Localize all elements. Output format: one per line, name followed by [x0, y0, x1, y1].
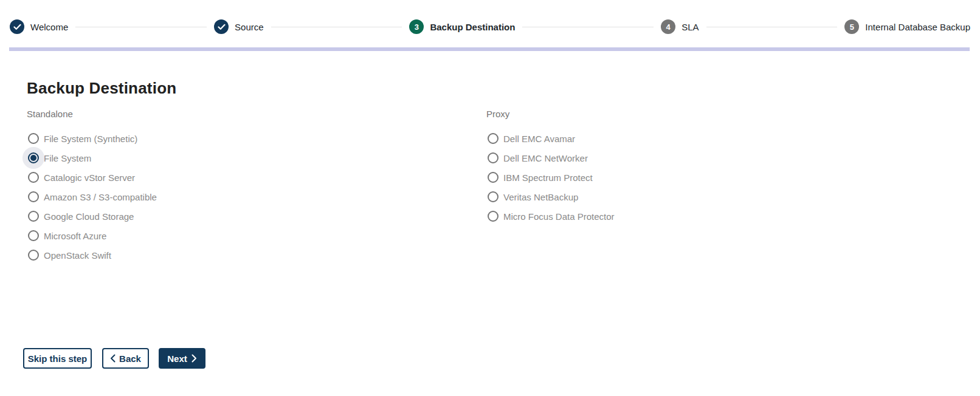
step-number: 3 — [415, 22, 419, 32]
wizard-stepper: Welcome Source 3 Backup Destination 4 — [0, 18, 980, 35]
radio-option-label: IBM Spectrum Protect — [503, 172, 593, 183]
back-button[interactable]: Back — [102, 348, 149, 369]
radio-option-file-system[interactable]: File System — [27, 148, 486, 168]
skip-step-label: Skip this step — [28, 353, 88, 364]
step-circle: 3 — [409, 19, 424, 34]
next-label: Next — [167, 353, 187, 364]
radio-outer-ring — [28, 133, 39, 144]
radio-button[interactable] — [486, 187, 508, 207]
radio-option-amazon-s3-s3-compatible[interactable]: Amazon S3 / S3-compatible — [27, 187, 486, 207]
destination-groups: Standalone File System (Synthetic) File … — [27, 109, 953, 265]
radio-option-label: Dell EMC Avamar — [503, 134, 575, 144]
radio-outer-ring — [28, 230, 39, 241]
destination-group-standalone: Standalone File System (Synthetic) File … — [27, 109, 486, 265]
next-button[interactable]: Next — [159, 348, 205, 369]
radio-option-label: File System (Synthetic) — [44, 134, 137, 144]
radio-option-veritas-netbackup[interactable]: Veritas NetBackup — [486, 187, 953, 207]
radio-option-ibm-spectrum-protect[interactable]: IBM Spectrum Protect — [486, 168, 953, 187]
step-circle — [214, 19, 229, 34]
check-icon — [218, 24, 226, 30]
radio-outer-ring — [488, 172, 499, 183]
radio-option-label: Microsoft Azure — [44, 231, 106, 241]
radio-button[interactable] — [27, 226, 49, 245]
radio-outer-ring — [488, 191, 499, 202]
chevron-left-icon — [110, 354, 116, 363]
radio-button[interactable] — [27, 245, 49, 265]
radio-option-label: Amazon S3 / S3-compatible — [44, 192, 157, 202]
radio-option-label: Google Cloud Storage — [44, 211, 134, 222]
radio-option-label: Micro Focus Data Protector — [503, 211, 615, 222]
step-circle: 5 — [844, 19, 859, 34]
radio-button[interactable] — [486, 148, 508, 168]
destination-group-proxy: Proxy Dell EMC Avamar Dell EMC NetWorker… — [486, 109, 953, 265]
skip-step-button[interactable]: Skip this step — [23, 348, 92, 369]
wizard-step-welcome[interactable]: Welcome — [10, 19, 68, 34]
radio-option-file-system-synthetic-[interactable]: File System (Synthetic) — [27, 129, 486, 148]
radio-option-label: Veritas NetBackup — [503, 192, 578, 202]
radio-option-dell-emc-avamar[interactable]: Dell EMC Avamar — [486, 129, 953, 148]
progress-bar — [9, 47, 970, 51]
radio-outer-ring — [28, 172, 39, 183]
group-label: Proxy — [486, 109, 953, 119]
wizard-step-sla[interactable]: 4 SLA — [661, 19, 699, 34]
step-circle — [10, 19, 24, 34]
radio-outer-ring — [488, 152, 499, 163]
back-label: Back — [119, 353, 141, 364]
step-number: 5 — [850, 22, 854, 32]
radio-option-microsoft-azure[interactable]: Microsoft Azure — [27, 226, 486, 245]
step-label: Internal Database Backup — [865, 22, 970, 32]
radio-option-catalogic-vstor-server[interactable]: Catalogic vStor Server — [27, 168, 486, 187]
step-label: Backup Destination — [430, 22, 515, 32]
radio-dot — [30, 155, 36, 161]
radio-button[interactable] — [486, 168, 508, 187]
step-circle: 4 — [661, 19, 675, 34]
radio-outer-ring — [28, 211, 39, 222]
radio-button[interactable] — [27, 148, 49, 168]
radio-button[interactable] — [486, 129, 508, 148]
wizard-step-source[interactable]: Source — [214, 19, 264, 34]
page-title: Backup Destination — [27, 79, 953, 98]
options-list: Dell EMC Avamar Dell EMC NetWorker IBM S… — [486, 129, 953, 226]
step-connector — [706, 27, 838, 27]
wizard-step-internal-database-backup[interactable]: 5 Internal Database Backup — [844, 19, 970, 34]
radio-button[interactable] — [27, 187, 49, 207]
radio-option-label: Dell EMC NetWorker — [503, 153, 588, 163]
radio-outer-ring — [28, 250, 39, 261]
radio-outer-ring — [28, 191, 39, 202]
main-content: Backup Destination Standalone File Syste… — [27, 79, 953, 265]
step-label: Welcome — [30, 22, 68, 32]
wizard-step-backup-destination[interactable]: 3 Backup Destination — [409, 19, 515, 34]
group-label: Standalone — [27, 109, 486, 119]
step-connector — [271, 27, 402, 27]
check-icon — [13, 24, 21, 30]
radio-outer-ring — [488, 211, 499, 222]
step-connector — [75, 27, 207, 27]
radio-button[interactable] — [486, 207, 508, 226]
radio-option-micro-focus-data-protector[interactable]: Micro Focus Data Protector — [486, 207, 953, 226]
radio-option-dell-emc-networker[interactable]: Dell EMC NetWorker — [486, 148, 953, 168]
step-label: SLA — [682, 22, 699, 32]
step-connector — [522, 27, 654, 27]
radio-button[interactable] — [27, 207, 49, 226]
step-number: 4 — [666, 22, 671, 32]
options-list: File System (Synthetic) File System Cata… — [27, 129, 486, 265]
radio-option-label: Catalogic vStor Server — [44, 172, 135, 183]
radio-option-label: File System — [44, 153, 91, 163]
radio-option-openstack-swift[interactable]: OpenStack Swift — [27, 245, 486, 265]
radio-option-label: OpenStack Swift — [44, 250, 111, 261]
radio-button[interactable] — [27, 168, 49, 187]
chevron-right-icon — [192, 354, 197, 363]
wizard-footer: Skip this step Back Next — [23, 348, 205, 369]
radio-button[interactable] — [27, 129, 49, 148]
radio-outer-ring — [488, 133, 499, 144]
radio-option-google-cloud-storage[interactable]: Google Cloud Storage — [27, 207, 486, 226]
step-label: Source — [235, 22, 264, 32]
